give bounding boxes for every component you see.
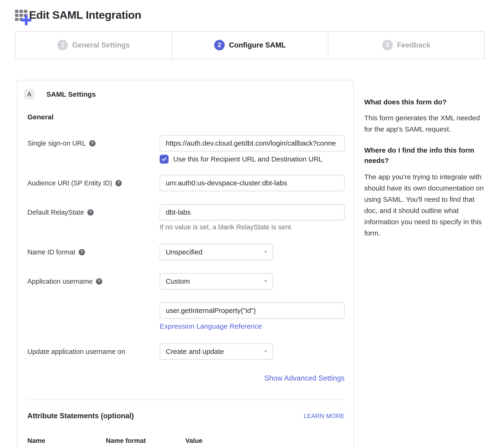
wizard-step-configure-saml[interactable]: 2 Configure SAML	[172, 32, 328, 59]
section-a-badge: A	[24, 89, 35, 100]
help-sidebar: What does this form do? This form genera…	[364, 97, 487, 239]
panel-header: A SAML Settings	[24, 89, 96, 100]
help-icon[interactable]: ?	[89, 140, 96, 146]
application-username-select[interactable]: Custom ▼	[160, 273, 273, 289]
update-username-row: Update application username on Create an…	[27, 343, 345, 360]
column-header-name: Name	[27, 437, 45, 445]
attribute-statements-heading: Attribute Statements (optional)	[27, 412, 134, 420]
sidebar-question-2: Where do I find the info this form needs…	[364, 145, 487, 166]
step-label: Configure SAML	[229, 41, 286, 49]
sso-url-label-group: Single sign-on URL ?	[27, 140, 96, 147]
section-divider	[27, 400, 345, 400]
help-icon[interactable]: ?	[79, 249, 85, 255]
update-username-label-group: Update application username on	[27, 348, 125, 355]
relay-state-hint: If no value is set, a blank RelayState i…	[160, 223, 291, 231]
general-heading: General	[27, 113, 54, 121]
update-username-select[interactable]: Create and update ▼	[160, 343, 273, 360]
custom-expression-row	[27, 303, 345, 319]
sso-url-row: Single sign-on URL ?	[27, 135, 345, 151]
sidebar-question-1: What does this form do?	[364, 97, 487, 107]
recipient-url-checkbox-row: Use this for Recipient URL and Destinati…	[160, 155, 323, 164]
wizard-step-feedback[interactable]: 3 Feedback	[328, 32, 484, 59]
name-id-format-row: Name ID format ? Unspecified ▼	[27, 244, 345, 260]
help-icon[interactable]: ?	[115, 180, 122, 186]
update-username-value: Create and update	[166, 348, 224, 355]
application-username-label: Application username	[27, 278, 93, 285]
update-username-label: Update application username on	[27, 348, 125, 355]
name-id-format-select[interactable]: Unspecified ▼	[160, 244, 273, 260]
sidebar-answer-2: The app you're trying to integrate with …	[364, 171, 487, 239]
check-icon	[161, 156, 167, 162]
saml-settings-panel: A SAML Settings General Single sign-on U…	[17, 80, 354, 448]
relay-state-label: Default RelayState	[27, 208, 84, 216]
expression-language-reference-link[interactable]: Expression Language Reference	[160, 322, 262, 330]
column-header-name-format: Name format	[106, 437, 146, 445]
application-username-value: Custom	[166, 277, 190, 285]
custom-expression-input[interactable]	[160, 303, 345, 319]
learn-more-link[interactable]: LEARN MORE	[304, 412, 345, 420]
page-title: Edit SAML Integration	[29, 8, 141, 21]
audience-uri-label: Audience URI (SP Entity ID)	[27, 179, 112, 187]
wizard-step-general-settings[interactable]: 1 General Settings	[16, 32, 172, 59]
application-username-label-group: Application username ?	[27, 278, 102, 285]
audience-uri-label-group: Audience URI (SP Entity ID) ?	[27, 179, 122, 187]
step-number-badge: 2	[214, 40, 225, 50]
relay-state-row: Default RelayState ?	[27, 204, 345, 221]
name-id-format-value: Unspecified	[166, 248, 202, 256]
step-wizard: 1 General Settings 2 Configure SAML 3 Fe…	[15, 31, 485, 59]
name-id-format-label-group: Name ID format ?	[27, 248, 85, 256]
column-header-value: Value	[185, 437, 202, 445]
recipient-url-checkbox[interactable]	[160, 155, 169, 164]
chevron-down-icon: ▼	[264, 350, 268, 354]
chevron-down-icon: ▼	[264, 279, 268, 284]
show-advanced-settings-link[interactable]: Show Advanced Settings	[264, 374, 345, 382]
application-username-row: Application username ? Custom ▼	[27, 273, 345, 289]
help-icon[interactable]: ?	[87, 209, 94, 216]
relay-state-input[interactable]	[160, 204, 345, 221]
audience-uri-row: Audience URI (SP Entity ID) ?	[27, 175, 345, 191]
sso-url-label: Single sign-on URL	[27, 140, 86, 147]
step-number-badge: 1	[57, 40, 68, 50]
recipient-url-checkbox-label: Use this for Recipient URL and Destinati…	[173, 155, 323, 163]
advanced-settings-row: Show Advanced Settings	[27, 374, 345, 383]
relay-state-label-group: Default RelayState ?	[27, 208, 94, 216]
step-label: Feedback	[397, 41, 431, 49]
help-icon[interactable]: ?	[96, 278, 102, 285]
chevron-down-icon: ▼	[264, 250, 268, 254]
step-number-badge: 3	[382, 40, 393, 50]
sso-url-input[interactable]	[160, 135, 345, 151]
sidebar-answer-1: This form generates the XML needed for t…	[364, 112, 487, 135]
attribute-statements-header: Attribute Statements (optional) LEARN MO…	[27, 412, 345, 420]
page-header: Edit SAML Integration	[15, 8, 141, 21]
attribute-statements-column-headers: Name Name format Value	[27, 437, 345, 446]
grid-plus-icon	[15, 8, 29, 21]
plus-icon	[21, 15, 31, 25]
step-label: General Settings	[72, 41, 130, 49]
audience-uri-input[interactable]	[160, 175, 345, 191]
section-title: SAML Settings	[46, 90, 96, 98]
name-id-format-label: Name ID format	[27, 248, 75, 256]
